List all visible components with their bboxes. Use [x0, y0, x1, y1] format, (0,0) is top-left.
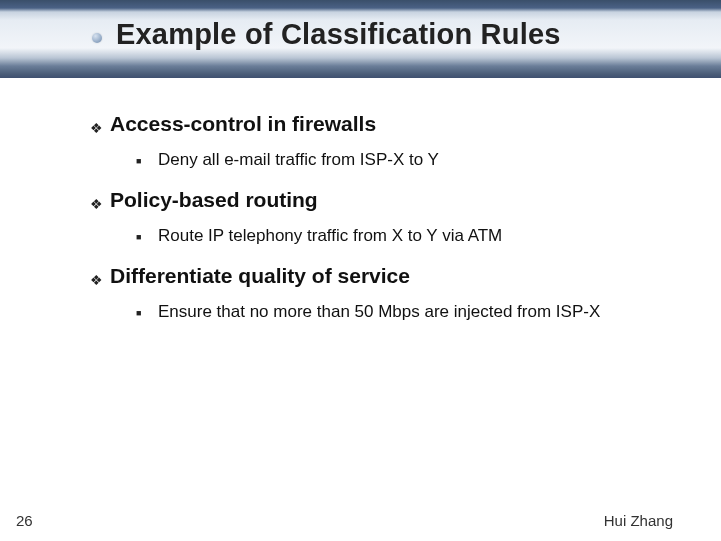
square-bullet-icon: ■ [136, 157, 158, 166]
bullet-heading-text: Policy-based routing [110, 188, 318, 212]
bullet-heading-text: Differentiate quality of service [110, 264, 410, 288]
title-bullet-icon [92, 33, 102, 43]
page-number: 26 [16, 512, 33, 529]
slide: Example of Classification Rules ❖ Access… [0, 0, 721, 541]
bullet-heading-text: Access-control in firewalls [110, 112, 376, 136]
square-bullet-icon: ■ [136, 233, 158, 242]
bullet-heading: ❖ Access-control in firewalls [90, 112, 693, 136]
bullet-sub-text: Ensure that no more than 50 Mbps are inj… [158, 302, 600, 322]
slide-header: Example of Classification Rules [0, 0, 721, 78]
bullet-sub: ■ Route IP telephony traffic from X to Y… [136, 226, 693, 246]
diamond-bullet-icon: ❖ [90, 197, 110, 211]
slide-content: ❖ Access-control in firewalls ■ Deny all… [90, 112, 693, 326]
bullet-heading: ❖ Differentiate quality of service [90, 264, 693, 288]
bullet-sub: ■ Deny all e-mail traffic from ISP-X to … [136, 150, 693, 170]
bullet-sub-text: Deny all e-mail traffic from ISP-X to Y [158, 150, 439, 170]
slide-title: Example of Classification Rules [116, 18, 561, 51]
diamond-bullet-icon: ❖ [90, 273, 110, 287]
bullet-heading: ❖ Policy-based routing [90, 188, 693, 212]
bullet-sub-text: Route IP telephony traffic from X to Y v… [158, 226, 502, 246]
author-name: Hui Zhang [604, 512, 673, 529]
bullet-sub: ■ Ensure that no more than 50 Mbps are i… [136, 302, 693, 322]
diamond-bullet-icon: ❖ [90, 121, 110, 135]
square-bullet-icon: ■ [136, 309, 158, 318]
